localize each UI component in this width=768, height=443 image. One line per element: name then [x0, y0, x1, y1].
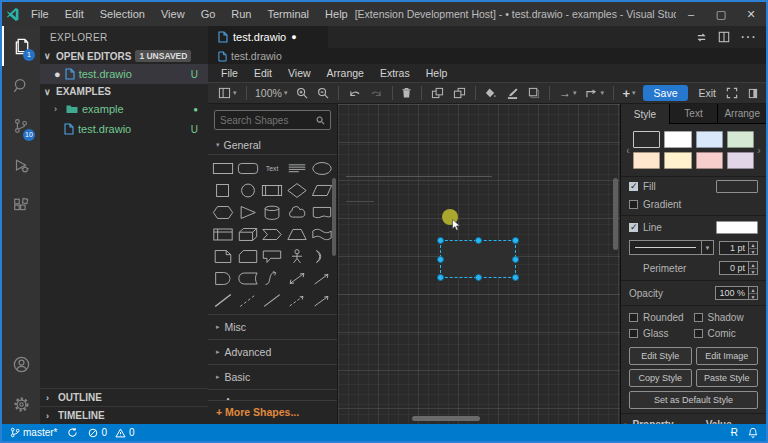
arrow-shape[interactable]	[309, 269, 334, 288]
bidirectional-arrow-shape[interactable]	[285, 269, 310, 288]
git-branch-status[interactable]: master*	[10, 427, 57, 438]
rectangle-shape[interactable]	[211, 159, 236, 178]
tab-arrange[interactable]: Arrange	[717, 104, 766, 124]
step-shape[interactable]	[260, 225, 285, 244]
fill-color-swatch[interactable]	[716, 180, 758, 193]
selected-rectangle-shape[interactable]	[440, 240, 516, 278]
to-back-icon[interactable]	[451, 86, 468, 100]
data-storage-shape[interactable]	[236, 269, 261, 288]
accounts-icon[interactable]	[2, 344, 40, 384]
line-color-icon[interactable]	[504, 86, 521, 100]
opacity-stepper[interactable]: 100 % ▲▼	[715, 286, 758, 300]
style-preset-swatch[interactable]	[664, 152, 691, 169]
line-width-stepper[interactable]: 1 pt ▲▼	[719, 241, 758, 255]
process-shape[interactable]	[260, 181, 285, 200]
preset-prev-icon[interactable]: ‹	[623, 145, 633, 156]
source-control-icon[interactable]: 10	[2, 106, 40, 146]
breadcrumb[interactable]: test.drawio	[208, 48, 766, 64]
exit-button[interactable]: Exit	[698, 87, 716, 99]
folder-item-example[interactable]: › example ●	[40, 99, 208, 119]
line-color-swatch[interactable]	[716, 221, 758, 234]
problems-status[interactable]: 0 0	[88, 427, 134, 438]
rounded-checkbox[interactable]	[629, 313, 638, 322]
notifications-bell-icon[interactable]	[748, 427, 758, 438]
cylinder-shape[interactable]	[260, 203, 285, 222]
copy-style-button[interactable]: Copy Style	[629, 369, 692, 387]
feedback-icon[interactable]: Ɍ	[731, 427, 738, 438]
split-editor-icon[interactable]	[718, 31, 730, 43]
line-checkbox[interactable]	[629, 223, 638, 232]
resize-handle-se[interactable]	[512, 274, 519, 281]
spin-down-icon[interactable]: ▼	[749, 269, 757, 275]
spin-up-icon[interactable]: ▲	[749, 262, 757, 269]
menu-selection[interactable]: Selection	[93, 6, 152, 22]
style-preset-swatch[interactable]	[727, 131, 754, 148]
resize-handle-sw[interactable]	[437, 274, 444, 281]
resize-handle-w[interactable]	[437, 256, 444, 263]
ellipse-shape[interactable]	[309, 159, 334, 178]
trapezoid-shape[interactable]	[285, 225, 310, 244]
save-button[interactable]: Save	[643, 85, 689, 101]
paste-style-button[interactable]: Paste Style	[696, 369, 759, 387]
drawio-menu-help[interactable]: Help	[419, 66, 455, 80]
redo-icon[interactable]	[368, 87, 385, 100]
set-default-style-button[interactable]: Set as Default Style	[629, 391, 758, 409]
breadcrumb-item[interactable]: test.drawio	[231, 50, 282, 62]
perimeter-value[interactable]: 0 pt	[719, 261, 749, 275]
tab-style[interactable]: Style	[621, 104, 669, 124]
more-shapes-button[interactable]: + More Shapes...	[208, 400, 337, 424]
section-misc[interactable]: ▸Misc	[208, 314, 337, 339]
menu-run[interactable]: Run	[224, 6, 258, 22]
canvas-line-segment[interactable]	[346, 201, 374, 202]
to-front-icon[interactable]	[429, 86, 446, 100]
directional-arrow-shape[interactable]	[309, 291, 334, 310]
callout-shape[interactable]	[260, 247, 285, 266]
open-editors-section[interactable]: ∨ OPEN EDITORS 1 UNSAVED	[40, 48, 208, 64]
minimize-button[interactable]: –	[676, 5, 706, 24]
cloud-shape[interactable]	[285, 203, 310, 222]
zoom-in-icon[interactable]	[294, 86, 310, 100]
menu-go[interactable]: Go	[194, 6, 223, 22]
spin-down-icon[interactable]: ▼	[749, 294, 757, 300]
fill-color-icon[interactable]	[482, 86, 499, 100]
tab-test-drawio[interactable]: test.drawio ●	[208, 26, 328, 48]
drawio-menu-extras[interactable]: Extras	[373, 66, 417, 80]
spin-up-icon[interactable]: ▲	[749, 242, 757, 249]
note-shape[interactable]	[211, 247, 236, 266]
more-actions-icon[interactable]: ···	[740, 28, 756, 46]
perimeter-stepper[interactable]: 0 pt ▲▼	[719, 261, 758, 275]
extensions-icon[interactable]	[2, 186, 40, 226]
run-debug-icon[interactable]	[2, 146, 40, 186]
tab-text[interactable]: Text	[669, 104, 718, 124]
drawio-menu-edit[interactable]: Edit	[247, 66, 279, 80]
shape-search-box[interactable]	[214, 110, 331, 130]
style-preset-swatch[interactable]	[664, 131, 691, 148]
open-changes-icon[interactable]	[695, 31, 708, 44]
style-preset-swatch[interactable]	[727, 152, 754, 169]
resize-handle-s[interactable]	[475, 274, 482, 281]
maximize-button[interactable]: ▢	[706, 5, 736, 24]
cube-shape[interactable]	[236, 225, 261, 244]
waypoint-style-button[interactable]: ▾	[583, 87, 606, 100]
document-shape[interactable]	[309, 203, 334, 222]
link-shape[interactable]	[260, 291, 285, 310]
general-section-header[interactable]: ▾ General	[208, 134, 337, 155]
line-style-dropdown[interactable]: ▼	[629, 240, 714, 255]
rounded-rectangle-shape[interactable]	[236, 159, 261, 178]
menu-view[interactable]: View	[154, 6, 192, 22]
text-shape[interactable]: Text	[260, 159, 285, 178]
spin-up-icon[interactable]: ▲	[749, 287, 757, 294]
connection-style-button[interactable]: →▾	[557, 85, 579, 101]
drawio-menu-view[interactable]: View	[281, 66, 318, 80]
zoom-out-icon[interactable]	[315, 86, 331, 100]
settings-gear-icon[interactable]	[2, 384, 40, 424]
and-shape[interactable]	[211, 269, 236, 288]
opacity-value[interactable]: 100 %	[715, 286, 749, 300]
resize-handle-nw[interactable]	[437, 237, 444, 244]
dashed-line-shape[interactable]	[236, 291, 261, 310]
close-button[interactable]: ✕	[736, 5, 766, 24]
style-preset-swatch[interactable]	[696, 152, 723, 169]
file-item-test-drawio[interactable]: test.drawio U	[40, 119, 208, 139]
insert-button[interactable]: +▾	[620, 85, 637, 102]
resize-handle-n[interactable]	[475, 237, 482, 244]
